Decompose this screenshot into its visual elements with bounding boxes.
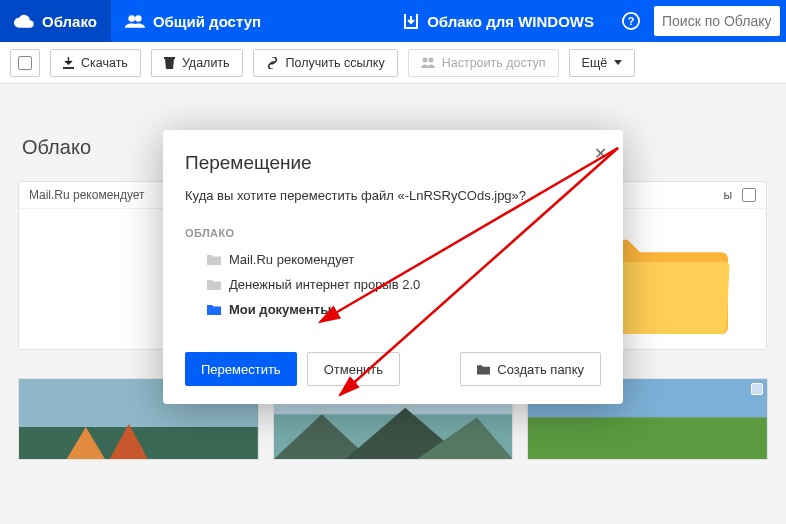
tree-item[interactable]: Денежный интернет прорыв 2.0 bbox=[189, 272, 601, 297]
modal-footer: Переместить Отменить Создать папку bbox=[185, 352, 601, 386]
folder-tree: Mail.Ru рекомендует Денежный интернет пр… bbox=[185, 247, 601, 322]
modal-close-button[interactable]: ✕ bbox=[594, 144, 607, 163]
create-folder-button[interactable]: Создать папку bbox=[460, 352, 601, 386]
folder-icon bbox=[207, 279, 221, 290]
tree-item-label: Денежный интернет прорыв 2.0 bbox=[229, 277, 420, 292]
modal-question: Куда вы хотите переместить файл «-LnRSRy… bbox=[185, 188, 601, 203]
modal-title: Перемещение bbox=[185, 152, 601, 174]
folder-icon bbox=[207, 304, 221, 315]
modal-overlay: ✕ Перемещение Куда вы хотите переместить… bbox=[0, 0, 786, 524]
tree-item-selected[interactable]: Мои документы bbox=[189, 297, 601, 322]
folder-small-icon bbox=[477, 364, 490, 375]
move-dialog: ✕ Перемещение Куда вы хотите переместить… bbox=[163, 130, 623, 404]
tree-section-label: ОБЛАКО bbox=[185, 227, 601, 239]
tree-item-label: Mail.Ru рекомендует bbox=[229, 252, 354, 267]
tree-item[interactable]: Mail.Ru рекомендует bbox=[189, 247, 601, 272]
cancel-button[interactable]: Отменить bbox=[307, 352, 400, 386]
move-button[interactable]: Переместить bbox=[185, 352, 297, 386]
folder-icon bbox=[207, 254, 221, 265]
tree-item-label: Мои документы bbox=[229, 302, 331, 317]
